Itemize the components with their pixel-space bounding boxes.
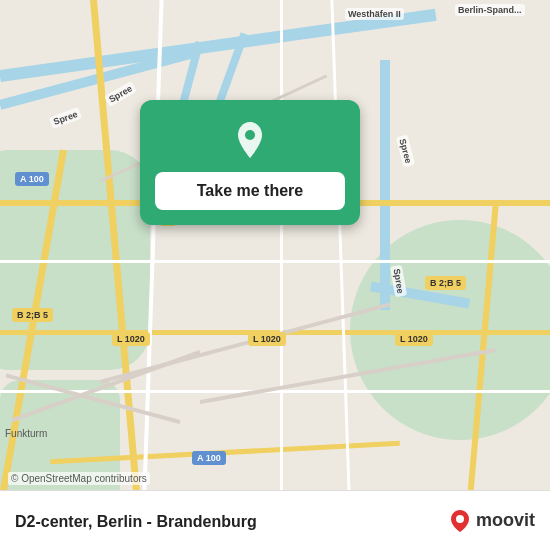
svg-point-0	[245, 130, 255, 140]
road-inner-h1	[0, 260, 550, 263]
badge-a100-2: A 100	[192, 451, 226, 465]
label-funkturm: Funkturm	[5, 428, 47, 439]
moovit-logo: moovit	[448, 509, 535, 533]
spree-vertical	[380, 60, 390, 310]
location-label: D2-center, Berlin - Brandenburg	[15, 513, 257, 531]
moovit-brand-text: moovit	[476, 510, 535, 531]
road-inner-v2	[280, 0, 283, 490]
map-container: Spree Spree Spree Spree Westhäfen II Ber…	[0, 0, 550, 490]
bottom-bar: D2-center, Berlin - Brandenburg moovit	[0, 490, 550, 550]
badge-b2b5-2: B 2;B 5	[425, 276, 466, 290]
moovit-pin-icon	[448, 509, 472, 533]
popup-card: Take me there	[140, 100, 360, 225]
badge-a100-1: A 100	[15, 172, 49, 186]
label-berlin-spand: Berlin-Spand...	[455, 4, 525, 16]
badge-l1020-1: L 1020	[112, 332, 150, 346]
badge-l1020-3: L 1020	[395, 332, 433, 346]
svg-point-1	[456, 515, 464, 523]
label-westhafen-1: Westhäfen II	[345, 8, 404, 20]
badge-b2b5-1: B 2;B 5	[12, 308, 53, 322]
location-pin-icon	[230, 120, 270, 160]
location-info: D2-center, Berlin - Brandenburg	[15, 511, 257, 531]
badge-l1020-2: L 1020	[248, 332, 286, 346]
osm-attribution: © OpenStreetMap contributors	[8, 472, 150, 485]
take-me-there-button[interactable]: Take me there	[155, 172, 345, 210]
